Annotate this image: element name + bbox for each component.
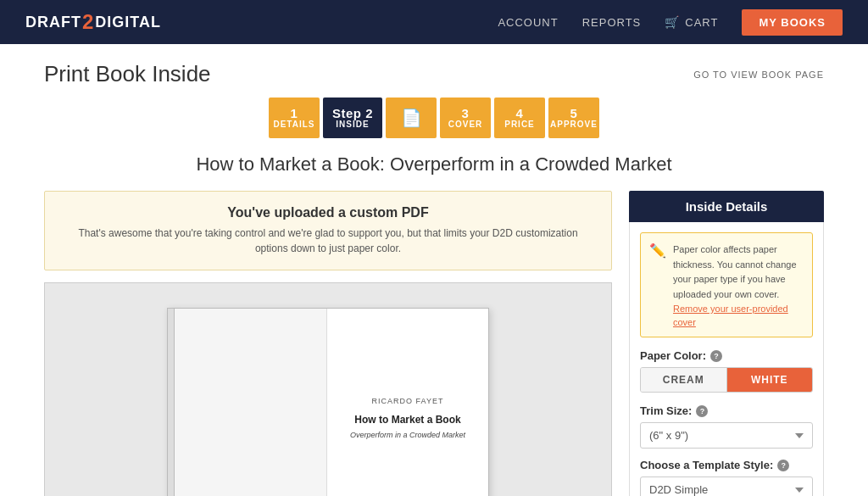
warning-text: Paper color affects paper thickness. You… (673, 244, 797, 299)
logo-part2: DIGITAL (95, 14, 161, 31)
nav: ACCOUNT REPORTS 🛒 CART MY BOOKS (498, 9, 843, 36)
trim-size-select[interactable]: (6" x 9") (640, 422, 813, 449)
cart-icon: 🛒 (665, 15, 680, 29)
book-spread: RICARDO FAYET How to Market a Book Overp… (167, 308, 489, 496)
steps-bar: 1 DETAILS Step 2 INSIDE 📄 3 COVER 4 PRIC… (44, 98, 824, 138)
inside-details-body: ✏️ Paper color affects paper thickness. … (629, 222, 824, 496)
page-header: Print Book Inside GO TO VIEW BOOK PAGE (44, 61, 824, 87)
book-subtitle: Overperform in a Crowded Market (350, 431, 465, 439)
step-4-label: PRICE (504, 120, 535, 129)
paper-color-options: CREAM WHITE (640, 367, 813, 393)
logo-num: 2 (82, 10, 94, 34)
file-icon: 📄 (401, 108, 422, 128)
logo: DRAFT 2 DIGITAL (25, 10, 161, 34)
trim-size-label: Trim Size: ? (640, 404, 813, 417)
right-panel: Inside Details ✏️ Paper color affects pa… (629, 191, 824, 496)
step-5-label: APPROVE (550, 120, 598, 129)
my-books-button[interactable]: MY BOOKS (742, 9, 843, 36)
cart-label: CART (685, 16, 718, 29)
step-1[interactable]: 1 DETAILS (269, 98, 320, 138)
step-3[interactable]: 3 COVER (440, 98, 491, 138)
step-5-num: 5 (570, 107, 578, 120)
main-content: Print Book Inside GO TO VIEW BOOK PAGE 1… (27, 44, 841, 496)
template-style-select[interactable]: D2D Simple (640, 476, 813, 496)
upload-notice-body: That's awesome that you're taking contro… (62, 226, 594, 256)
step-3-label: COVER (448, 120, 483, 129)
left-panel: You've uploaded a custom PDF That's awes… (44, 191, 612, 496)
view-book-link[interactable]: GO TO VIEW BOOK PAGE (693, 70, 824, 80)
step-2[interactable]: Step 2 INSIDE (323, 98, 382, 138)
paper-color-help-icon[interactable]: ? (710, 350, 722, 362)
step-4-num: 4 (516, 107, 524, 120)
trim-size-help-icon[interactable]: ? (696, 405, 708, 417)
upload-notice-heading: You've uploaded a custom PDF (62, 205, 594, 220)
book-main-title: How to Market a Book (354, 414, 460, 426)
paper-color-label: Paper Color: ? (640, 349, 813, 362)
book-spine (168, 309, 175, 496)
book-right-page: RICARDO FAYET How to Market a Book Overp… (327, 309, 488, 496)
step-3-num: 3 (462, 107, 470, 120)
step-file[interactable]: 📄 (386, 98, 437, 138)
template-style-label: Choose a Template Style: ? (640, 459, 813, 471)
warning-content: Paper color affects paper thickness. You… (673, 242, 804, 328)
remove-cover-link[interactable]: Remove your user-provided cover (673, 304, 788, 327)
book-author: RICARDO FAYET (372, 397, 444, 405)
account-link[interactable]: ACCOUNT (498, 16, 558, 29)
step-5[interactable]: 5 APPROVE (548, 98, 599, 138)
inside-details-header: Inside Details (629, 191, 824, 222)
book-left-page (175, 309, 327, 496)
cart-link[interactable]: 🛒 CART (665, 15, 718, 29)
cream-button[interactable]: CREAM (641, 368, 727, 392)
template-help-icon[interactable]: ? (777, 460, 789, 471)
upload-notice: You've uploaded a custom PDF That's awes… (44, 191, 612, 270)
warning-box: ✏️ Paper color affects paper thickness. … (640, 232, 813, 337)
step-2-num: Step 2 (332, 107, 373, 120)
content-area: You've uploaded a custom PDF That's awes… (44, 191, 824, 496)
book-title: How to Market a Book: Overperform in a C… (44, 153, 824, 176)
reports-link[interactable]: REPORTS (582, 16, 642, 29)
logo-part1: DRAFT (25, 14, 81, 31)
step-1-num: 1 (291, 107, 298, 120)
step-4[interactable]: 4 PRICE (494, 98, 545, 138)
header: DRAFT 2 DIGITAL ACCOUNT REPORTS 🛒 CART M… (0, 0, 868, 44)
white-button[interactable]: WHITE (727, 368, 813, 392)
book-preview: RICARDO FAYET How to Market a Book Overp… (44, 282, 612, 496)
step-1-label: DETAILS (273, 120, 314, 129)
warning-icon: ✏️ (649, 242, 666, 328)
step-2-label: INSIDE (336, 120, 369, 129)
page-title: Print Book Inside (44, 61, 211, 87)
